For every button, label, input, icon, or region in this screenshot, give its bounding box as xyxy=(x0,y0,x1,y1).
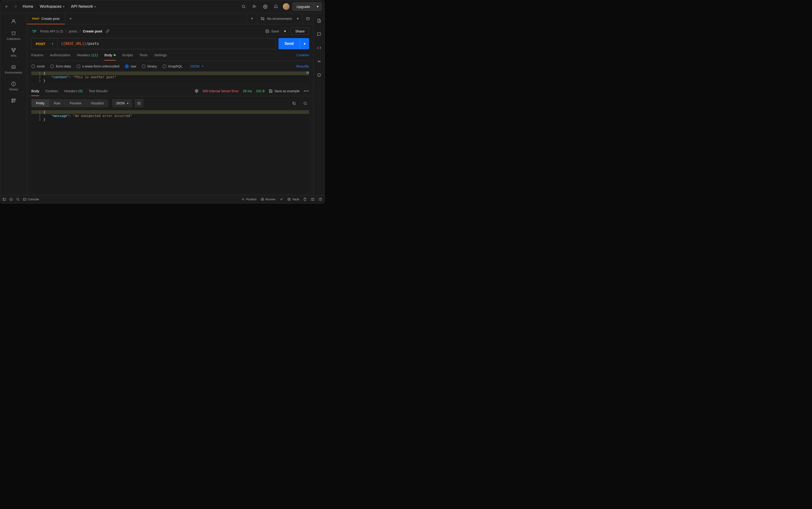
radio-binary[interactable]: binary xyxy=(142,64,157,68)
tab-overflow-button[interactable]: ▾ xyxy=(247,13,257,24)
console-button[interactable]: Console xyxy=(23,198,39,201)
bell-icon[interactable] xyxy=(272,3,280,10)
app-header: Home Workspaces ▾ API Network ▾ xyxy=(0,0,324,13)
sidebar-item-label: History xyxy=(9,88,18,91)
sidebar-item-apis[interactable]: APIs xyxy=(0,46,27,59)
view-pretty[interactable]: Pretty xyxy=(31,99,49,107)
search-icon[interactable] xyxy=(240,3,248,10)
svg-point-23 xyxy=(242,199,243,200)
breadcrumb-folder[interactable]: posts xyxy=(69,29,77,33)
view-visualize[interactable]: Visualize xyxy=(86,99,108,107)
cookies-link[interactable]: Cookies xyxy=(296,53,309,60)
beautify-button[interactable]: Beautify xyxy=(296,64,309,68)
wrap-lines-button[interactable] xyxy=(135,99,143,107)
upgrade-button[interactable]: Upgrade ▾ xyxy=(292,2,322,11)
sidebar-item-history[interactable]: History xyxy=(0,80,27,93)
capture-icon[interactable] xyxy=(280,198,283,201)
copy-icon[interactable] xyxy=(290,99,298,107)
sync-status-icon[interactable] xyxy=(9,198,13,201)
sidebar-toggle-icon[interactable] xyxy=(3,198,6,201)
code-key: "message" xyxy=(52,114,69,118)
sidebar-item-environments[interactable]: Environments xyxy=(0,63,27,76)
nav-forward-button[interactable] xyxy=(11,3,19,10)
request-tabs: Params Authorization Headers (11) Body S… xyxy=(27,49,313,61)
tab-body[interactable]: Body xyxy=(104,53,116,60)
method-badge: POST xyxy=(32,17,39,20)
link-icon[interactable] xyxy=(104,28,110,34)
new-tab-button[interactable] xyxy=(65,13,76,24)
trash-icon[interactable] xyxy=(303,198,307,201)
right-sidebar xyxy=(313,13,324,195)
home-link[interactable]: Home xyxy=(23,4,33,9)
sidebar-account-icon[interactable] xyxy=(0,17,27,25)
invite-icon[interactable] xyxy=(251,3,258,10)
share-button[interactable]: Share xyxy=(291,28,309,35)
workspaces-dropdown[interactable]: Workspaces ▾ xyxy=(40,4,64,9)
save-dropdown-button[interactable]: ▾ xyxy=(282,28,289,35)
code-text: { xyxy=(43,110,45,114)
body-format-dropdown[interactable]: JSON ▾ xyxy=(190,64,203,68)
resp-tab-body[interactable]: Body xyxy=(31,86,39,96)
tab-authorization[interactable]: Authorization xyxy=(50,53,70,60)
save-button[interactable]: Save xyxy=(265,29,279,33)
more-icon[interactable]: ••• xyxy=(304,89,309,93)
send-dropdown-button[interactable]: ▾ xyxy=(300,38,309,49)
upgrade-label: Upgrade xyxy=(293,3,314,10)
runner-button[interactable]: Runner xyxy=(261,198,275,201)
svg-rect-10 xyxy=(14,99,15,100)
help-icon[interactable] xyxy=(319,198,322,201)
save-label: Save xyxy=(271,29,279,33)
two-pane-icon[interactable] xyxy=(311,198,315,201)
tab-settings[interactable]: Settings xyxy=(154,53,167,60)
api-network-dropdown[interactable]: API Network ▾ xyxy=(71,4,96,9)
search-response-icon[interactable] xyxy=(301,99,309,107)
save-as-example-button[interactable]: Save as example xyxy=(269,89,299,93)
sidebar-configure-icon[interactable] xyxy=(0,97,27,105)
chevron-down-icon: ▾ xyxy=(52,42,53,45)
expand-icon[interactable] xyxy=(315,58,323,65)
send-button[interactable]: Send ▾ xyxy=(279,38,309,49)
radio-raw[interactable]: raw xyxy=(125,64,136,68)
tab-scripts[interactable]: Scripts xyxy=(122,53,133,60)
tab-headers[interactable]: Headers (11) xyxy=(77,53,98,60)
request-body-editor[interactable]: 1{ 2····"content":·"This is another post… xyxy=(31,71,309,83)
environment-label: No environment xyxy=(267,16,292,21)
find-icon[interactable] xyxy=(16,198,20,201)
globe-icon[interactable] xyxy=(195,89,199,93)
code-icon[interactable] xyxy=(315,44,323,52)
url-variable: {{BASE_URL}} xyxy=(61,41,86,46)
chevron-down-icon: ▾ xyxy=(94,5,96,8)
radio-form-data[interactable]: form-data xyxy=(50,64,71,68)
vault-button[interactable]: Vault xyxy=(287,198,299,201)
tab-create-post[interactable]: POST Create post xyxy=(27,13,65,24)
resp-tab-test-results[interactable]: Test Results xyxy=(89,86,108,96)
response-format-dropdown[interactable]: JSON ▾ xyxy=(112,99,132,107)
info-icon[interactable] xyxy=(315,71,323,79)
svg-rect-19 xyxy=(3,198,6,201)
documentation-icon[interactable] xyxy=(315,17,323,25)
radio-none[interactable]: none xyxy=(31,64,44,68)
sidebar-item-collections[interactable]: Collections xyxy=(0,29,27,42)
url-input[interactable]: {{BASE_URL}}/posts xyxy=(58,38,275,49)
resp-tab-headers[interactable]: Headers (5) xyxy=(64,86,83,96)
breadcrumb-collection[interactable]: Posts API (v.2) xyxy=(40,29,63,33)
breadcrumb-request: Create post xyxy=(83,29,102,33)
nav-back-button[interactable] xyxy=(3,3,10,10)
tab-tests[interactable]: Tests xyxy=(139,53,148,60)
avatar[interactable] xyxy=(283,3,290,10)
resp-tab-cookies[interactable]: Cookies xyxy=(45,86,58,96)
gear-icon[interactable] xyxy=(261,3,269,10)
radio-graphql[interactable]: GraphQL xyxy=(163,64,183,68)
postbot-button[interactable]: Postbot xyxy=(241,198,257,201)
svg-point-2 xyxy=(265,6,266,7)
radio-urlencoded[interactable]: x-www-form-urlencoded xyxy=(77,64,119,68)
method-select[interactable]: POST ▾ xyxy=(32,38,58,49)
tab-params[interactable]: Params xyxy=(31,53,43,60)
environment-selector[interactable]: No environment ▾ xyxy=(257,13,302,24)
view-raw[interactable]: Raw xyxy=(49,99,65,107)
response-body-viewer[interactable]: 1{ 2 "message": "An unexpected error occ… xyxy=(31,110,309,193)
environment-quicklook-button[interactable] xyxy=(302,13,313,24)
chevron-down-icon[interactable]: ▾ xyxy=(314,3,321,10)
comments-icon[interactable] xyxy=(315,30,323,38)
view-preview[interactable]: Preview xyxy=(65,99,86,107)
